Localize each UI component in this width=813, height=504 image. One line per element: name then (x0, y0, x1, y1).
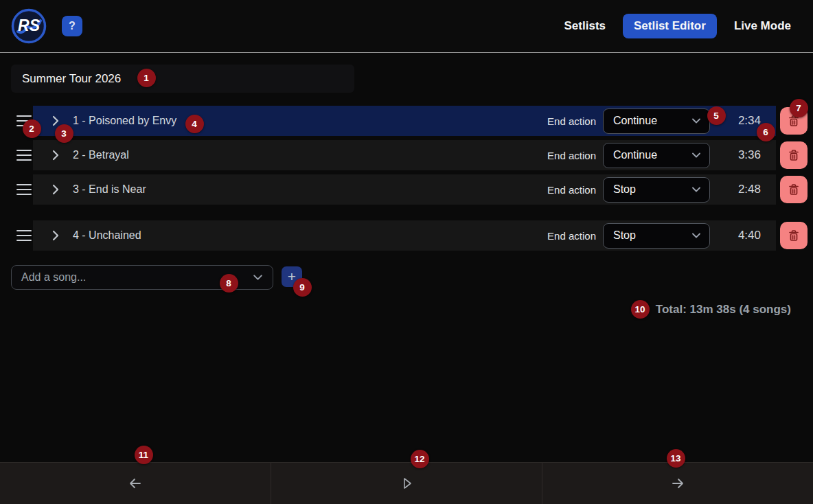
play-icon (398, 475, 415, 492)
end-action-label: End action (547, 230, 596, 242)
chevron-right-icon[interactable] (49, 183, 62, 196)
annotation-badge: 9 (293, 278, 312, 297)
song-row[interactable]: 2 - Betrayal End action Continue 3:36 (0, 140, 813, 170)
transport-bar (0, 462, 813, 504)
end-action-select[interactable]: Stop (603, 223, 710, 249)
annotation-badge: 3 (55, 124, 73, 143)
end-action-select[interactable]: Stop (603, 177, 710, 203)
song-title: 2 - Betrayal (73, 149, 129, 161)
chevron-down-icon (691, 115, 702, 126)
song-row[interactable]: 1 - Poisoned by Envy End action Continue… (0, 106, 813, 136)
song-row[interactable]: 3 - End is Near End action Stop 2:48 (0, 174, 813, 205)
annotation-badge: 5 (707, 106, 726, 125)
trash-icon (787, 148, 801, 162)
delete-song-button[interactable] (780, 222, 808, 249)
play-button[interactable] (271, 463, 542, 504)
previous-song-button[interactable] (0, 463, 271, 504)
end-action-label: End action (547, 150, 596, 161)
song-duration: 2:48 (710, 183, 761, 196)
drag-handle-icon[interactable] (16, 229, 32, 242)
delete-song-button[interactable] (780, 141, 808, 169)
nav-live-mode[interactable]: Live Mode (733, 14, 792, 38)
drag-handle-icon[interactable] (16, 149, 32, 161)
end-action-select[interactable]: Continue (603, 108, 710, 134)
main-nav: Setlists Setlist Editor Live Mode (563, 14, 792, 38)
annotation-badge: 1 (137, 69, 156, 87)
nav-setlist-editor[interactable]: Setlist Editor (623, 14, 717, 38)
annotation-badge: 10 (631, 300, 650, 319)
end-action-label: End action (547, 115, 596, 127)
annotation-badge: 13 (667, 449, 685, 468)
song-title: 4 - Unchained (73, 229, 141, 242)
setlist-editor-page: RS ? Setlists Setlist Editor Live Mode 1… (0, 0, 813, 504)
arrow-right-icon (669, 475, 686, 492)
end-action-label: End action (547, 184, 596, 196)
song-duration: 3:36 (710, 148, 761, 162)
app-logo-icon: RS (11, 8, 47, 44)
chevron-down-icon (691, 150, 702, 161)
arrow-left-icon (127, 475, 144, 492)
song-title: 3 - End is Near (73, 183, 146, 196)
annotation-badge: 7 (790, 99, 808, 117)
annotation-badge: 12 (411, 450, 429, 468)
trash-icon (787, 183, 801, 196)
next-song-button[interactable] (542, 463, 813, 504)
annotation-badge: 2 (23, 119, 41, 138)
song-title: 1 - Poisoned by Envy (73, 115, 176, 127)
setlist-total: Total: 13m 38s (4 songs) (656, 303, 791, 317)
drag-handle-icon[interactable] (16, 183, 32, 196)
chevron-down-icon (252, 272, 264, 284)
annotation-badge: 6 (757, 123, 775, 141)
help-button[interactable]: ? (62, 16, 82, 36)
chevron-down-icon (691, 230, 702, 241)
chevron-right-icon[interactable] (49, 149, 62, 161)
annotation-badge: 4 (185, 115, 204, 133)
annotation-badge: 8 (220, 274, 238, 293)
header: RS ? Setlists Setlist Editor Live Mode (0, 0, 813, 53)
song-row[interactable]: 4 - Unchained End action Stop 4:40 (0, 220, 813, 251)
setlist-name-input[interactable] (11, 65, 354, 93)
song-duration: 4:40 (710, 229, 761, 242)
nav-setlists[interactable]: Setlists (563, 14, 607, 38)
chevron-down-icon (691, 184, 702, 195)
trash-icon (787, 229, 801, 242)
annotation-badge: 11 (135, 446, 153, 464)
svg-text:RS: RS (18, 16, 41, 34)
end-action-select[interactable]: Continue (603, 143, 710, 168)
delete-song-button[interactable] (780, 176, 808, 203)
chevron-right-icon[interactable] (49, 229, 62, 242)
